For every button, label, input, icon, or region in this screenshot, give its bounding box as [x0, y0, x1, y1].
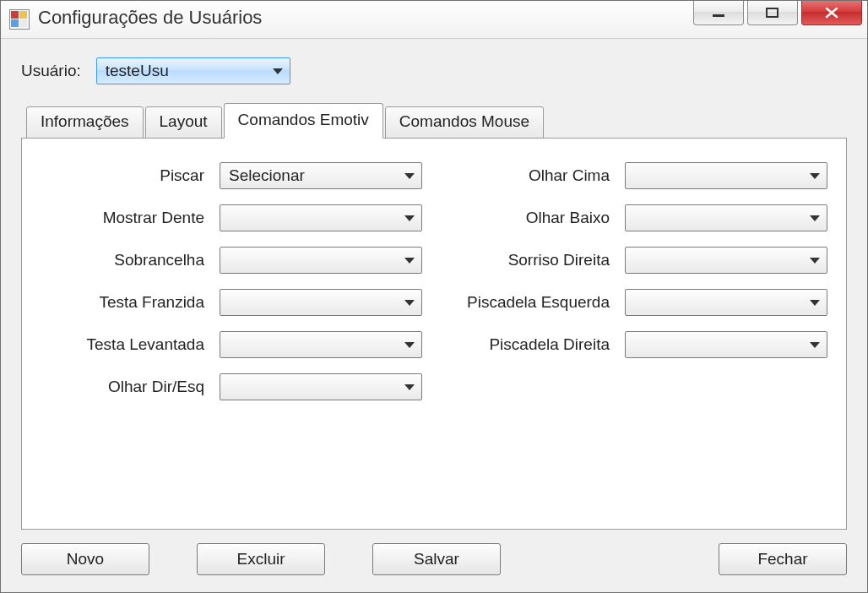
combo-piscadela-direita[interactable] [625, 331, 827, 358]
window-controls [693, 1, 867, 38]
chevron-down-icon [404, 384, 415, 390]
label-olhar-dir-esq: Olhar Dir/Esq [42, 378, 211, 396]
label-sobrancelha: Sobrancelha [42, 251, 211, 269]
chevron-down-icon [404, 215, 415, 221]
maximize-icon [765, 7, 780, 19]
user-row: Usuário: testeUsu [21, 57, 847, 84]
chevron-down-icon [404, 342, 415, 348]
combo-mostrar-dente[interactable] [220, 204, 422, 231]
close-button[interactable] [801, 1, 862, 25]
chevron-down-icon [404, 258, 415, 264]
combo-olhar-baixo[interactable] [625, 204, 827, 231]
chevron-down-icon [810, 300, 820, 306]
tab-informacoes[interactable]: Informações [26, 106, 144, 139]
combo-testa-levantada[interactable] [220, 331, 422, 358]
chevron-down-icon [273, 68, 283, 74]
tab-comandos-emotiv[interactable]: Comandos Emotiv [224, 103, 383, 139]
combo-olhar-cima[interactable] [625, 162, 827, 189]
tab-label: Informações [41, 112, 129, 130]
combo-testa-franzida[interactable] [220, 289, 422, 316]
user-label: Usuário: [21, 62, 81, 80]
user-combo[interactable]: testeUsu [96, 57, 290, 84]
label-olhar-cima: Olhar Cima [431, 166, 616, 185]
label-sorriso-direita: Sorriso Direita [431, 251, 616, 269]
client-area: Usuário: testeUsu Informações Layout Com… [1, 39, 867, 592]
tab-panel-emotiv: Piscar Selecionar Olhar Cima Mostrar Den… [21, 138, 847, 530]
minimize-icon [711, 7, 726, 19]
window-frame: Configurações de Usuários Usuário: [0, 0, 868, 593]
combo-piscadela-esquerda[interactable] [625, 289, 827, 316]
chevron-down-icon [404, 173, 415, 179]
maximize-button[interactable] [747, 1, 798, 25]
combo-piscar[interactable]: Selecionar [220, 162, 422, 189]
combo-text: Selecionar [229, 166, 399, 185]
label-olhar-baixo: Olhar Baixo [431, 209, 616, 227]
excluir-button[interactable]: Excluir [197, 543, 325, 575]
combo-sobrancelha[interactable] [220, 247, 422, 274]
salvar-button[interactable]: Salvar [372, 543, 501, 575]
button-label: Excluir [236, 550, 285, 569]
tab-comandos-mouse[interactable]: Comandos Mouse [385, 106, 544, 139]
emotiv-grid: Piscar Selecionar Olhar Cima Mostrar Den… [42, 162, 826, 400]
chevron-down-icon [810, 215, 820, 221]
chevron-down-icon [810, 173, 820, 179]
app-icon [9, 9, 30, 30]
footer-spacer [548, 543, 671, 575]
label-piscar: Piscar [42, 166, 211, 185]
chevron-down-icon [404, 300, 415, 306]
svg-rect-1 [767, 8, 778, 17]
button-label: Fechar [757, 550, 807, 569]
svg-rect-0 [713, 14, 724, 17]
close-icon [823, 7, 840, 19]
label-mostrar-dente: Mostrar Dente [42, 209, 211, 227]
combo-olhar-dir-esq[interactable] [220, 373, 422, 400]
minimize-button[interactable] [693, 1, 744, 25]
chevron-down-icon [810, 342, 820, 348]
combo-sorriso-direita[interactable] [625, 247, 827, 274]
user-combo-text: testeUsu [106, 62, 268, 80]
titlebar: Configurações de Usuários [1, 1, 867, 39]
window-title: Configurações de Usuários [38, 7, 262, 29]
tab-label: Comandos Mouse [399, 112, 529, 130]
button-label: Novo [67, 550, 104, 569]
button-label: Salvar [414, 550, 459, 569]
novo-button[interactable]: Novo [21, 543, 149, 575]
tab-label: Layout [160, 112, 208, 130]
label-piscadela-esquerda: Piscadela Esquerda [431, 293, 616, 312]
fechar-button[interactable]: Fechar [719, 543, 847, 575]
chevron-down-icon [810, 258, 820, 264]
label-testa-franzida: Testa Franzida [42, 293, 211, 312]
label-testa-levantada: Testa Levantada [42, 335, 211, 354]
tab-strip: Informações Layout Comandos Emotiv Coman… [21, 103, 847, 139]
label-piscadela-direita: Piscadela Direita [431, 335, 616, 354]
tab-label: Comandos Emotiv [238, 111, 369, 128]
footer: Novo Excluir Salvar Fechar [21, 543, 847, 575]
tab-layout[interactable]: Layout [145, 106, 222, 139]
